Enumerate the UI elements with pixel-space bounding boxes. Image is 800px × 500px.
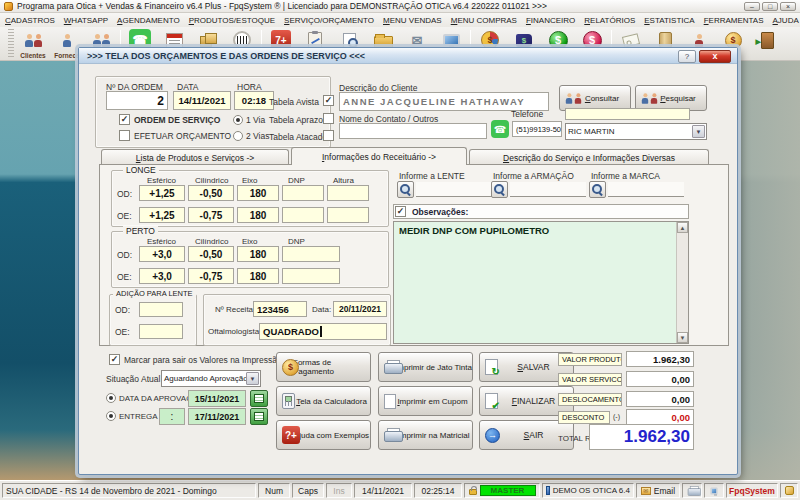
marca-search-button[interactable] bbox=[589, 181, 606, 198]
tabela-avista-checkbox[interactable]: ✓ bbox=[323, 95, 334, 106]
data-field[interactable]: 14/11/2021 bbox=[173, 91, 231, 110]
status-network[interactable] bbox=[704, 483, 724, 498]
scroll-down-icon[interactable]: ▼ bbox=[677, 332, 688, 343]
menu-cadastros[interactable]: CADASTROS bbox=[5, 16, 55, 25]
tab-lista-produtos[interactable]: Lista de Produtos e Serviços -> bbox=[101, 149, 289, 165]
ordem-field[interactable]: 2 bbox=[106, 91, 168, 110]
marca-field[interactable] bbox=[608, 182, 684, 197]
tabela-aprazo-checkbox[interactable] bbox=[323, 113, 334, 124]
imprimir-cupom-button[interactable]: Imprimir em Cupom bbox=[378, 386, 473, 416]
longe-oe-altura-field[interactable] bbox=[327, 207, 369, 223]
close-button[interactable]: × bbox=[780, 2, 796, 11]
perto-od-cilindrico-field[interactable]: -0,50 bbox=[188, 246, 234, 262]
menu-whatsapp[interactable]: WHATSAPP bbox=[64, 16, 108, 25]
aprovacao-calendar-button[interactable] bbox=[250, 390, 268, 407]
armacao-field[interactable] bbox=[510, 182, 586, 197]
vendedor-extra-field[interactable] bbox=[565, 108, 690, 120]
longe-od-cilindrico-field[interactable]: -0,50 bbox=[188, 185, 234, 201]
adicao-od-field[interactable] bbox=[139, 302, 183, 317]
receita-field[interactable]: 123456 bbox=[253, 301, 307, 317]
perto-od-dnp-field[interactable] bbox=[282, 246, 340, 262]
scroll-up-icon[interactable]: ▲ bbox=[677, 222, 688, 233]
perto-od-eixo-field[interactable]: 180 bbox=[237, 246, 279, 262]
status-email[interactable]: ✉ Email bbox=[636, 483, 680, 498]
perto-oe-esferico-field[interactable]: +3,0 bbox=[139, 268, 185, 284]
contato-field[interactable] bbox=[339, 123, 487, 139]
longe-oe-eixo-field[interactable]: 180 bbox=[237, 207, 279, 223]
aprovacao-radio[interactable] bbox=[106, 393, 116, 403]
longe-oe-dnp-field[interactable] bbox=[282, 207, 324, 223]
longe-od-esferico-field[interactable]: +1,25 bbox=[139, 185, 185, 201]
tela-calculadora-button[interactable]: Tela da Calculadora bbox=[276, 386, 371, 416]
entrega-calendar-button[interactable] bbox=[250, 408, 268, 425]
via1-radio[interactable] bbox=[233, 115, 243, 125]
maximize-button[interactable]: □ bbox=[762, 2, 778, 11]
dialog-help-button[interactable]: ? bbox=[678, 50, 696, 63]
tab-descricao-servico[interactable]: Descrição do Serviço e Informações Diver… bbox=[469, 149, 709, 165]
dialog-titlebar[interactable]: >>> TELA DOS ORÇAMENTOS E DAS ORDENS DE … bbox=[79, 48, 737, 64]
menu-ajuda[interactable]: AJUDA bbox=[773, 16, 799, 25]
longe-col-eixo: Eixo bbox=[242, 176, 258, 185]
telefone-field[interactable]: (51)99139-5089 bbox=[512, 121, 562, 137]
minimize-button[interactable]: – bbox=[744, 2, 760, 11]
menu-compras[interactable]: MENU COMPRAS bbox=[451, 16, 517, 25]
marcar-valores-checkbox[interactable]: ✓ bbox=[109, 354, 120, 365]
whatsapp-phone-icon[interactable]: ☎ bbox=[491, 120, 509, 138]
longe-od-eixo-field[interactable]: 180 bbox=[237, 185, 279, 201]
observacoes-scrollbar[interactable]: ▲ ▼ bbox=[676, 222, 688, 343]
longe-oe-esferico-field[interactable]: +1,25 bbox=[139, 207, 185, 223]
ordem-servico-checkbox[interactable]: ✓ bbox=[119, 114, 130, 125]
menu-vendas[interactable]: MENU VENDAS bbox=[383, 16, 442, 25]
imprimir-matricial-button[interactable]: Imprimir na Matricial bbox=[378, 420, 473, 450]
longe-col-dnp: DNP bbox=[288, 176, 305, 185]
toolbar-sair-button[interactable] bbox=[750, 29, 784, 51]
ajuda-exemplos-button[interactable]: ?+ Ajuda com Exemplos bbox=[276, 420, 371, 450]
app-badge-icon bbox=[546, 486, 550, 495]
search-icon bbox=[592, 184, 603, 195]
imprimir-jato-button[interactable]: Imprimir de Jato Tinta bbox=[378, 352, 473, 382]
observacoes-checkbox[interactable]: ✓ bbox=[395, 206, 406, 217]
pesquisar-people-icon bbox=[641, 92, 658, 105]
aprovacao-field[interactable]: 15/11/2021 bbox=[188, 390, 246, 407]
perto-od-esferico-field[interactable]: +3,0 bbox=[139, 246, 185, 262]
via1-label: 1 Via bbox=[246, 115, 265, 125]
hora-field[interactable]: 02:18 bbox=[234, 91, 274, 110]
observacoes-textarea[interactable]: MEDIR DNP COM PUPILOMETRO ▲ ▼ bbox=[393, 221, 689, 344]
finish-page-icon: ✔ bbox=[485, 393, 498, 409]
status-time: 02:25:14 bbox=[414, 483, 462, 498]
entrega-radio[interactable] bbox=[106, 411, 116, 421]
toolbar-clientes-button[interactable]: Clientes bbox=[16, 29, 50, 59]
menu-ferramentas[interactable]: FERRAMENTAS bbox=[704, 16, 764, 25]
formas-pagamento-button[interactable]: $ Formas de Pagamento bbox=[276, 352, 371, 382]
menubar: CADASTROS WHATSAPP AGENDAMENTO PRODUTOS/… bbox=[0, 13, 800, 27]
longe-od-dnp-field[interactable] bbox=[282, 185, 324, 201]
via2-radio[interactable] bbox=[233, 131, 243, 141]
desconto-field[interactable]: 0,00 bbox=[626, 409, 694, 425]
longe-od-altura-field[interactable] bbox=[327, 185, 369, 201]
efetuar-orcamento-label: EFETUAR ORÇAMENTO bbox=[134, 131, 231, 141]
tab-receituario[interactable]: Informações do Receituário -> bbox=[291, 147, 467, 165]
menu-financeiro[interactable]: FINANCEIRO bbox=[526, 16, 575, 25]
menu-relatorios[interactable]: RELATÓRIOS bbox=[584, 16, 635, 25]
perto-oe-dnp-field[interactable] bbox=[282, 268, 340, 284]
menu-produtos-estoque[interactable]: PRODUTOS/ESTOQUE bbox=[189, 16, 275, 25]
longe-oe-cilindrico-field[interactable]: -0,75 bbox=[188, 207, 234, 223]
armacao-search-button[interactable] bbox=[491, 181, 508, 198]
efetuar-orcamento-checkbox[interactable] bbox=[119, 130, 130, 141]
tabela-atacado-checkbox[interactable] bbox=[323, 130, 334, 141]
oftalmo-field[interactable]: QUADRADO bbox=[259, 323, 387, 340]
perto-oe-cilindrico-field[interactable]: -0,75 bbox=[188, 268, 234, 284]
entrega-field[interactable]: 17/11/2021 bbox=[188, 408, 246, 425]
situacao-combobox[interactable]: Aguardando Aprovação ▼ bbox=[161, 370, 261, 387]
receita-data-field[interactable]: 20/11/2021 bbox=[333, 301, 387, 317]
dialog-close-button[interactable]: x bbox=[699, 50, 731, 63]
menu-agendamento[interactable]: AGENDAMENTO bbox=[117, 16, 180, 25]
menu-estatistica[interactable]: ESTATISTICA bbox=[644, 16, 694, 25]
perto-oe-eixo-field[interactable]: 180 bbox=[237, 268, 279, 284]
lente-field[interactable] bbox=[416, 182, 492, 197]
adicao-oe-field[interactable] bbox=[139, 324, 183, 339]
vendedor-combobox[interactable]: RIC MARTIN ▼ bbox=[565, 123, 707, 140]
menu-servico-orcamento[interactable]: SERVIÇO/ORÇAMENTO bbox=[284, 16, 374, 25]
status-printer[interactable] bbox=[682, 483, 702, 498]
lente-search-button[interactable] bbox=[397, 181, 414, 198]
